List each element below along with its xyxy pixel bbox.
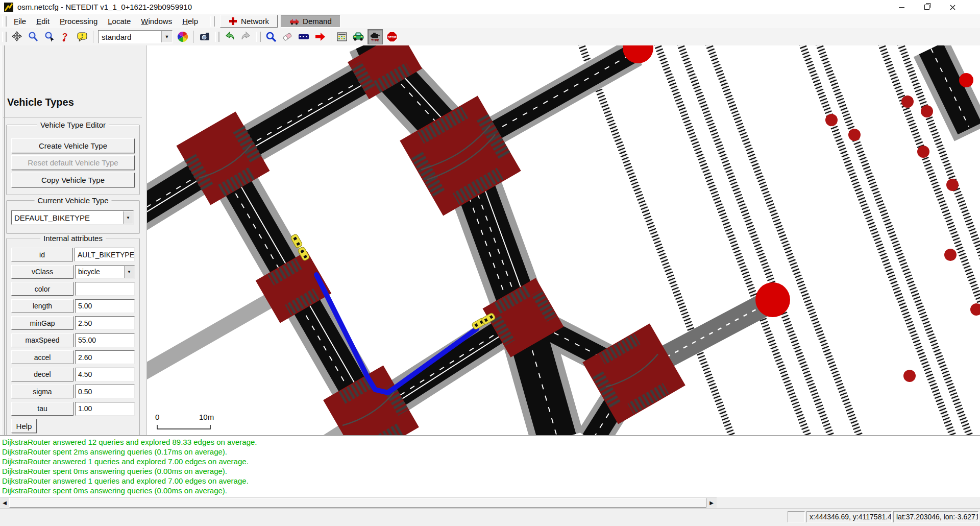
move-icon <box>11 31 22 42</box>
close-button[interactable] <box>941 0 964 14</box>
attribute-row: tau 1.00 <box>11 402 135 416</box>
log-horizontal-scrollbar[interactable]: ◀ ▶ <box>0 497 717 508</box>
status-xy-field: x:444346.69, y:4117581.45 <box>806 511 892 522</box>
chevron-down-icon[interactable]: ▼ <box>123 211 133 224</box>
redo-button[interactable] <box>239 30 253 44</box>
attribute-value-input[interactable]: 5.00 <box>75 299 135 313</box>
reset-default-vehicle-type-button[interactable]: Reset default Vehicle Type <box>11 155 135 170</box>
supermode-network-label: Network <box>241 17 269 26</box>
inspect-mode-button[interactable] <box>264 30 278 44</box>
stop-mode-button[interactable]: STOP <box>385 30 399 44</box>
scrollbar-thumb[interactable] <box>9 498 706 508</box>
menu-bar: FileEditProcessingLocateWindowsHelp Netw… <box>0 14 980 29</box>
scroll-right-icon[interactable]: ▶ <box>707 498 716 507</box>
attribute-value-input[interactable]: 1.00 <box>75 402 135 416</box>
attribute-value-text: 2.50 <box>78 319 92 327</box>
attribute-name-button[interactable]: minGap <box>11 316 74 330</box>
attribute-row: maxSpeed 55.00 <box>11 333 135 347</box>
color-scheme-button[interactable] <box>176 30 190 44</box>
attribute-value-text: 5.00 <box>78 302 92 310</box>
minimize-button[interactable] <box>890 0 913 14</box>
attribute-value-input[interactable]: bicycle ▼ <box>75 265 135 279</box>
chevron-down-icon[interactable]: ▼ <box>124 266 134 278</box>
log-lines: DijkstraRouter answered 12 queries and e… <box>2 437 980 495</box>
attribute-row: color <box>11 282 135 296</box>
attribute-name-button[interactable]: sigma <box>11 385 74 398</box>
svg-text:!: ! <box>81 33 83 39</box>
supermode-network-button[interactable]: Network <box>220 15 278 28</box>
vehicle-type-badge: TYPE <box>371 39 379 42</box>
select-mode-button[interactable] <box>297 30 311 44</box>
edge[interactable] <box>931 49 972 133</box>
network-view-canvas[interactable]: 0 10m <box>146 45 980 435</box>
route-mode-button[interactable] <box>313 30 327 44</box>
vehicle-type-editor-group: Vehicle Type Editor Create Vehicle Type … <box>6 125 140 195</box>
frame-drag-grip[interactable] <box>1 45 5 435</box>
attribute-row: minGap 2.50 <box>11 316 135 330</box>
messages-button[interactable]: ! <box>75 30 89 44</box>
route-mode-icon <box>314 31 326 42</box>
timetable-button[interactable] <box>335 30 349 44</box>
vehicle-mode-button[interactable] <box>351 30 365 44</box>
zoom-button[interactable] <box>26 30 40 44</box>
message-log[interactable]: DijkstraRouter answered 12 queries and e… <box>0 435 980 497</box>
menu-item[interactable]: Edit <box>31 15 55 27</box>
attribute-value-input[interactable]: 0.50 <box>75 385 135 398</box>
scale-bar: 0 10m <box>155 413 214 429</box>
attribute-value-text: 4.50 <box>78 370 92 378</box>
vehicle-type-mode-button[interactable]: TYPE <box>368 29 383 44</box>
attribute-row: decel 4.50 <box>11 368 135 381</box>
attribute-value-input[interactable]: 2.60 <box>75 350 135 364</box>
inspect-icon <box>265 31 277 42</box>
menu-item[interactable]: Help <box>177 15 203 27</box>
attribute-name-button[interactable]: tau <box>11 402 74 416</box>
stop-mode-icon: STOP <box>386 31 398 43</box>
attribute-name-button[interactable]: color <box>11 282 74 296</box>
minimize-icon <box>899 7 904 8</box>
menu-item[interactable]: Processing <box>55 15 103 27</box>
stop-badge: STOP <box>388 35 397 39</box>
attribute-name-button[interactable]: vClass <box>11 265 74 279</box>
attribute-name-button[interactable]: id <box>11 248 73 261</box>
move-view-button[interactable] <box>10 30 24 44</box>
view-preset-select[interactable]: standard ▼ <box>98 30 173 43</box>
attribute-value-input[interactable]: 2.50 <box>75 316 135 330</box>
toolbar-grip[interactable] <box>210 16 215 27</box>
toolbar-grip[interactable] <box>2 16 7 27</box>
attribute-name-button[interactable]: decel <box>11 368 74 381</box>
redo-icon <box>240 31 252 42</box>
attribute-name-button[interactable]: accel <box>11 350 74 364</box>
attribute-value-input[interactable]: 4.50 <box>75 368 135 381</box>
menu-item[interactable]: File <box>9 15 31 27</box>
help-button[interactable]: Help <box>11 419 37 433</box>
menu-item[interactable]: Locate <box>103 15 136 27</box>
maximize-button[interactable] <box>916 0 938 14</box>
log-line: DijkstraRouter answered 1 queries and ex… <box>2 476 980 486</box>
copy-vehicle-type-button[interactable]: Copy Vehicle Type <box>11 173 135 187</box>
screenshot-button[interactable] <box>198 30 212 44</box>
attribute-value-text: bicycle <box>78 268 100 276</box>
supermode-demand-button[interactable]: Demand <box>281 15 340 28</box>
menu-item[interactable]: Windows <box>136 15 177 27</box>
toolbar-grip[interactable] <box>256 32 261 42</box>
log-line: DijkstraRouter spent 0ms answering queri… <box>2 466 980 476</box>
divider <box>3 117 142 118</box>
attribute-value-input[interactable]: AULT_BIKETYPE <box>75 248 135 261</box>
attribute-name-button[interactable]: maxSpeed <box>11 333 74 347</box>
frame-title: Vehicle Types <box>7 97 74 108</box>
delete-mode-button[interactable] <box>280 30 295 44</box>
attribute-row: vClass bicycle ▼ <box>11 265 135 279</box>
toolbar-grip[interactable] <box>2 32 7 42</box>
attribute-name-button[interactable]: length <box>11 299 74 313</box>
locate-junction-button[interactable] <box>42 30 57 44</box>
help-button[interactable]: ? <box>59 30 73 44</box>
attribute-value-input[interactable] <box>75 282 135 296</box>
current-vehicle-type-combo[interactable]: DEFAULT_BIKETYPE ▼ <box>11 210 134 225</box>
toolbar-grip[interactable] <box>215 32 219 42</box>
attribute-value-text: AULT_BIKETYPE <box>78 251 134 259</box>
scroll-left-icon[interactable]: ◀ <box>1 498 9 507</box>
undo-button[interactable] <box>223 30 237 44</box>
create-vehicle-type-button[interactable]: Create Vehicle Type <box>11 138 135 153</box>
attribute-value-input[interactable]: 55.00 <box>75 333 135 347</box>
scale-end-label: 10m <box>199 413 214 421</box>
